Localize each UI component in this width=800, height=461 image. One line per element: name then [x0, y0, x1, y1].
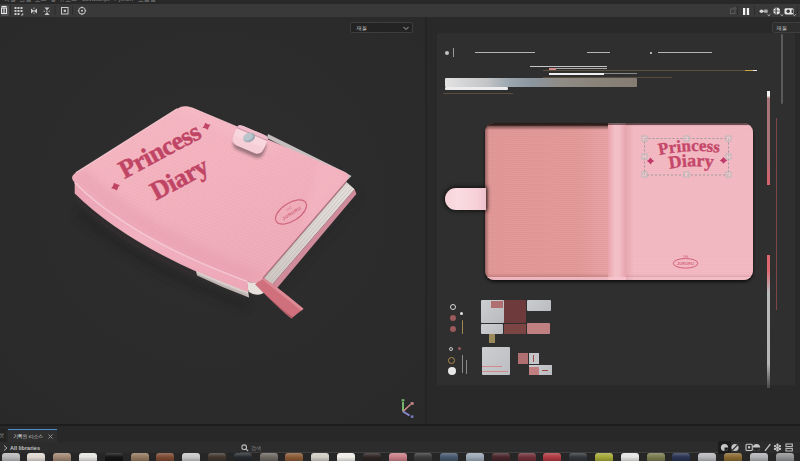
svg-text:Diary: Diary — [667, 150, 715, 172]
svg-text:JURURU: JURURU — [677, 262, 694, 266]
svg-text:THE: THE — [683, 255, 688, 259]
